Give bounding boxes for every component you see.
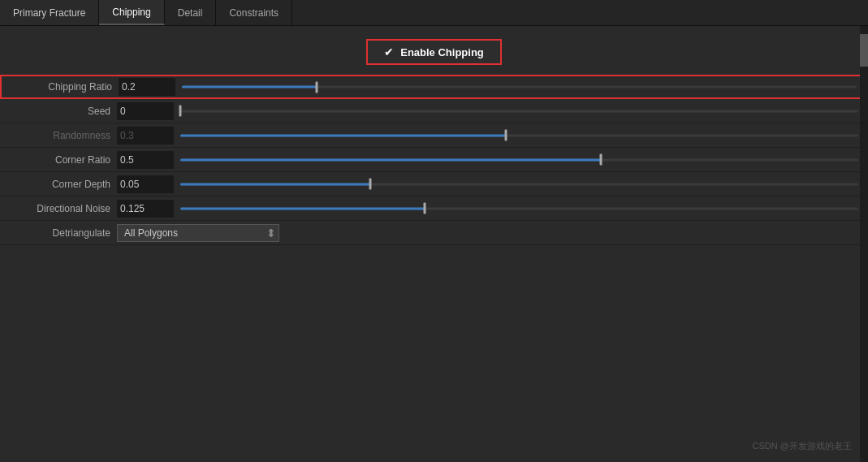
main-panel: Primary FractureChippingDetailConstraint… [0,0,868,462]
param-label-corner-depth: Corner Depth [3,179,117,190]
scrollbar[interactable] [860,26,868,462]
param-value-chipping-ratio[interactable] [119,78,175,96]
param-row-corner-ratio: Corner Ratio [0,148,868,172]
slider-corner-ratio[interactable] [180,158,858,162]
slider-fill-chipping-ratio [182,86,317,89]
param-label-corner-ratio: Corner Ratio [3,154,117,166]
slider-fill-corner-depth [180,183,370,185]
slider-track-directional-noise [180,207,858,209]
slider-seed[interactable] [180,109,858,114]
param-row-randomness: Randomness [0,123,868,148]
tab-chipping[interactable]: Chipping [99,0,164,25]
slider-track-randomness [180,134,858,136]
param-value-corner-depth[interactable] [117,175,174,193]
param-value-corner-ratio[interactable] [117,151,174,169]
content-area: ✔Enable ChippingChipping RatioSeedRandom… [0,26,868,252]
slider-track-corner-depth [180,183,858,185]
param-row-chipping-ratio: Chipping Ratio [0,75,868,99]
enable-chipping-label: Enable Chipping [400,46,484,58]
slider-thumb-randomness[interactable] [504,130,507,141]
param-row-detriangulate: DetriangulateAll PolygonsNoneQuads Only⬍ [0,221,868,245]
slider-fill-randomness [180,134,506,136]
slider-thumb-chipping-ratio[interactable] [316,81,318,93]
param-row-corner-depth: Corner Depth [0,172,868,196]
param-value-directional-noise[interactable] [117,200,174,218]
param-label-chipping-ratio: Chipping Ratio [5,81,119,93]
slider-chipping-ratio[interactable] [182,84,857,89]
param-value-seed[interactable] [117,102,174,120]
enable-chipping-checkbox[interactable]: ✔Enable Chipping [366,39,502,65]
tab-primary-fracture[interactable]: Primary Fracture [0,0,99,25]
slider-thumb-directional-noise[interactable] [423,203,425,214]
slider-track-chipping-ratio [182,86,857,89]
slider-fill-corner-ratio [180,158,601,161]
slider-thumb-corner-ratio[interactable] [599,154,602,166]
slider-thumb-corner-depth[interactable] [369,179,371,190]
param-label-seed: Seed [3,106,117,117]
watermark-text: CSDN @开发游戏的老王 [753,440,852,452]
slider-corner-depth[interactable] [180,182,858,187]
tab-detail[interactable]: Detail [165,0,217,25]
slider-fill-directional-noise [180,207,425,209]
detriangulate-dropdown-wrapper: All PolygonsNoneQuads Only⬍ [117,224,279,242]
param-value-randomness[interactable] [117,127,174,145]
checkmark-icon: ✔ [384,45,394,58]
tab-constraints[interactable]: Constraints [216,0,292,25]
slider-randomness[interactable] [180,133,858,138]
param-row-directional-noise: Directional Noise [0,196,868,221]
slider-track-corner-ratio [180,158,858,161]
param-label-directional-noise: Directional Noise [3,203,117,214]
param-label-detriangulate: Detriangulate [3,227,117,239]
enable-chipping-row: ✔Enable Chipping [0,32,868,75]
param-label-randomness: Randomness [3,130,117,141]
slider-track-seed [180,110,858,112]
tab-bar: Primary FractureChippingDetailConstraint… [0,0,868,26]
slider-thumb-seed[interactable] [179,106,182,117]
scrollbar-thumb[interactable] [860,34,868,67]
param-row-seed: Seed [0,99,868,123]
detriangulate-dropdown[interactable]: All PolygonsNoneQuads Only [117,224,279,242]
slider-directional-noise[interactable] [180,206,858,211]
